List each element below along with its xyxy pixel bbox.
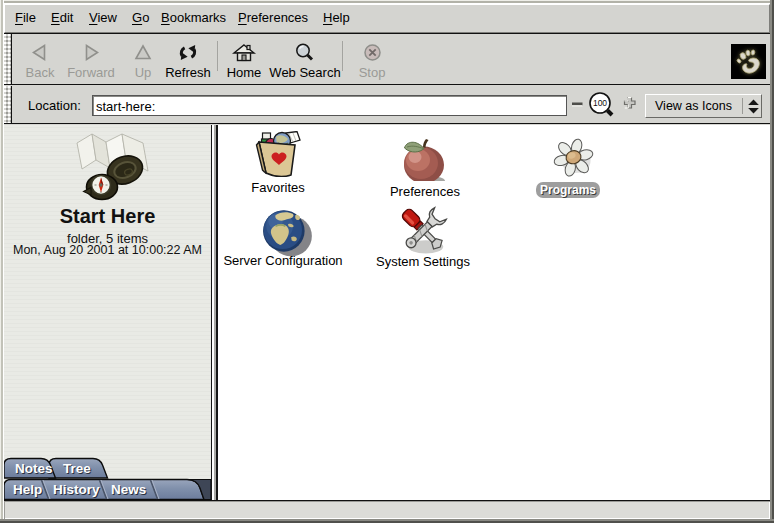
svg-text:Notes: Notes: [15, 461, 53, 476]
svg-text:Help: Help: [13, 482, 42, 497]
svg-text:History: History: [53, 482, 100, 497]
svg-text:100: 100: [593, 98, 607, 108]
svg-text:Tree: Tree: [63, 461, 91, 476]
svg-text:News: News: [111, 482, 146, 497]
